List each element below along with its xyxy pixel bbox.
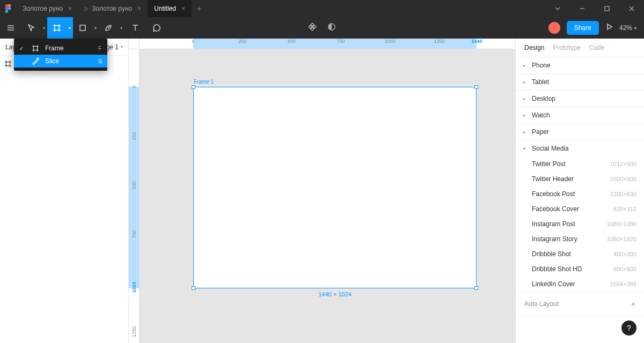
main-menu-button[interactable]: [0, 17, 21, 39]
resize-handle-tr[interactable]: [474, 85, 478, 89]
right-panel-tabs: DesignPrototypeCode: [516, 39, 644, 57]
frame-tool[interactable]: ▾: [47, 17, 73, 39]
move-tool[interactable]: ▾: [21, 17, 47, 39]
text-tool[interactable]: [125, 17, 146, 39]
close-icon[interactable]: ×: [68, 5, 72, 12]
svg-point-0: [8, 7, 11, 10]
preset-item[interactable]: Twitter Header1500×500: [516, 172, 644, 187]
frame-dimensions: 1440 × 1024: [318, 291, 351, 297]
preset-item[interactable]: LinkedIn Cover1584×396: [516, 277, 644, 292]
titlebar: Золотое руно×▷Золотое руно×Untitled× +: [0, 0, 644, 17]
zoom-control[interactable]: 42%▾: [619, 24, 636, 32]
frame-1[interactable]: Frame 1 1440 × 1024: [193, 87, 477, 288]
file-tab[interactable]: ▷Золотое руно×: [78, 0, 148, 17]
preset-group-phone[interactable]: ▸Phone: [516, 57, 644, 73]
right-panel: DesignPrototypeCode ▸Phone▸Tablet▸Deskto…: [515, 39, 644, 343]
preset-item[interactable]: Twitter Post1012×506: [516, 156, 644, 172]
canvas[interactable]: 025050075010001250144017 025050075010241…: [129, 39, 515, 343]
ruler-vertical: 025050075010241250: [129, 49, 140, 343]
new-tab-button[interactable]: +: [192, 4, 207, 13]
present-button[interactable]: [605, 23, 613, 33]
preset-item[interactable]: Facebook Cover820×312: [516, 202, 644, 217]
frame-icon: [31, 44, 40, 52]
ruler-horizontal: 025050075010001250144017: [140, 39, 515, 49]
plus-icon[interactable]: +: [631, 300, 635, 308]
window-chevron-icon[interactable]: [545, 0, 570, 17]
tab-code[interactable]: Code: [589, 44, 605, 51]
help-button[interactable]: ?: [621, 320, 636, 335]
figma-logo-icon[interactable]: [0, 4, 16, 13]
preset-item[interactable]: Facebook Post1200×630: [516, 187, 644, 202]
component-icon[interactable]: [308, 22, 317, 34]
preset-item[interactable]: Instagram Post1080×1080: [516, 217, 644, 232]
preset-group-social-media[interactable]: ▾Social Media: [516, 140, 644, 156]
left-panel: Layers Page 1▾: [0, 39, 129, 343]
tab-prototype[interactable]: Prototype: [553, 44, 580, 51]
window-close-icon[interactable]: [619, 0, 644, 17]
preset-item[interactable]: Instagram Story1080×1920: [516, 232, 644, 247]
preset-group-paper[interactable]: ▸Paper: [516, 124, 644, 140]
comment-tool[interactable]: [146, 17, 167, 39]
mask-icon[interactable]: [327, 22, 336, 34]
slice-icon: [31, 57, 40, 65]
toolbar: ▾ ▾ ▾ ▾ Share 42%▾: [0, 17, 644, 39]
preset-item[interactable]: Dribbble Shot HD800×600: [516, 262, 644, 277]
window-maximize-icon[interactable]: [595, 0, 619, 17]
file-tab[interactable]: Untitled×: [148, 0, 192, 17]
preset-group-watch[interactable]: ▸Watch: [516, 107, 644, 123]
auto-layout-section[interactable]: Auto Layout +: [516, 292, 644, 316]
window-controls: [545, 0, 644, 17]
dropdown-item-slice[interactable]: SliceS: [14, 55, 107, 68]
window-minimize-icon[interactable]: [570, 0, 595, 17]
preset-group-tablet[interactable]: ▸Tablet: [516, 74, 644, 90]
resize-handle-bl[interactable]: [192, 286, 195, 290]
preset-group-desktop[interactable]: ▸Desktop: [516, 91, 644, 107]
close-icon[interactable]: ×: [181, 5, 185, 12]
svg-rect-1: [605, 6, 609, 11]
share-button[interactable]: Share: [567, 21, 599, 35]
avatar[interactable]: [548, 22, 560, 34]
ruler-corner: [129, 39, 140, 49]
file-tabs: Золотое руно×▷Золотое руно×Untitled×: [16, 0, 192, 17]
preset-item[interactable]: Dribbble Shot400×300: [516, 247, 644, 262]
resize-handle-tl[interactable]: [192, 85, 195, 89]
file-tab[interactable]: Золотое руно×: [16, 0, 78, 17]
dropdown-item-frame[interactable]: ✓FrameF: [14, 42, 107, 55]
tab-design[interactable]: Design: [524, 44, 544, 51]
svg-rect-2: [80, 25, 85, 31]
close-icon[interactable]: ×: [137, 5, 141, 12]
resize-handle-br[interactable]: [474, 286, 478, 290]
pen-tool[interactable]: ▾: [99, 17, 125, 39]
frame-label[interactable]: Frame 1: [194, 79, 214, 85]
frame-tool-dropdown: ✓FrameFSliceS: [14, 39, 107, 71]
shape-tool[interactable]: ▾: [73, 17, 99, 39]
